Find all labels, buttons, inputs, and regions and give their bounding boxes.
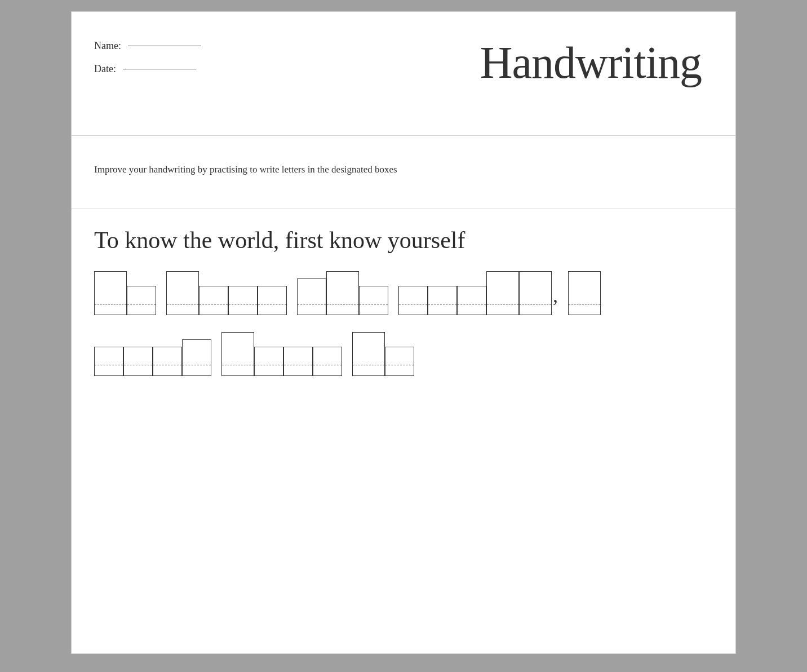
name-label: Name: [94,40,121,52]
header-left: Name: Date: [94,34,201,75]
letter-box[interactable] [385,347,414,376]
letter-box[interactable] [359,286,388,315]
letter-box[interactable] [297,278,326,315]
word-know-2 [221,332,342,376]
letter-box[interactable] [123,347,153,376]
letter-box[interactable] [153,347,182,376]
word-first-cont [94,339,211,376]
instruction-section: Improve your handwriting by practising t… [72,136,735,209]
letter-box[interactable] [199,286,228,315]
date-label: Date: [94,63,116,75]
word-the [297,271,388,315]
instruction-text: Improve your handwriting by practising t… [94,162,397,177]
letter-box[interactable] [519,271,552,315]
letter-box[interactable] [254,347,283,376]
header-section: Name: Date: Handwriting [72,12,735,136]
letter-box[interactable] [326,271,359,315]
letter-box[interactable] [166,271,199,315]
page: Name: Date: Handwriting Improve your han… [71,11,736,654]
letter-box[interactable] [283,347,313,376]
letter-row-2 [94,332,713,376]
letter-box[interactable] [94,347,123,376]
letter-box[interactable] [127,286,156,315]
letter-box[interactable] [258,286,287,315]
word-yourself [352,332,414,376]
practice-section: To know the world, first know yourself [72,209,735,399]
word-to [94,271,156,315]
letter-box[interactable] [313,347,342,376]
letter-box[interactable] [228,286,258,315]
letter-box[interactable] [94,271,127,315]
name-field: Name: [94,40,201,52]
letter-box[interactable] [457,286,486,315]
word-world: , [398,271,558,315]
date-field: Date: [94,63,201,75]
name-underline [128,46,201,46]
letter-box[interactable] [182,339,211,376]
letter-box[interactable] [486,271,519,315]
word-know-1 [166,271,287,315]
quote-title: To know the world, first know yourself [94,226,713,254]
comma: , [552,284,558,315]
page-title: Handwriting [480,34,713,85]
letter-row-1: , [94,271,713,315]
letter-box[interactable] [568,271,601,315]
letter-box[interactable] [221,332,254,376]
letter-box[interactable] [398,286,428,315]
letter-box[interactable] [352,332,385,376]
date-underline [123,69,196,69]
letter-box[interactable] [428,286,457,315]
word-first-partial [568,271,601,315]
